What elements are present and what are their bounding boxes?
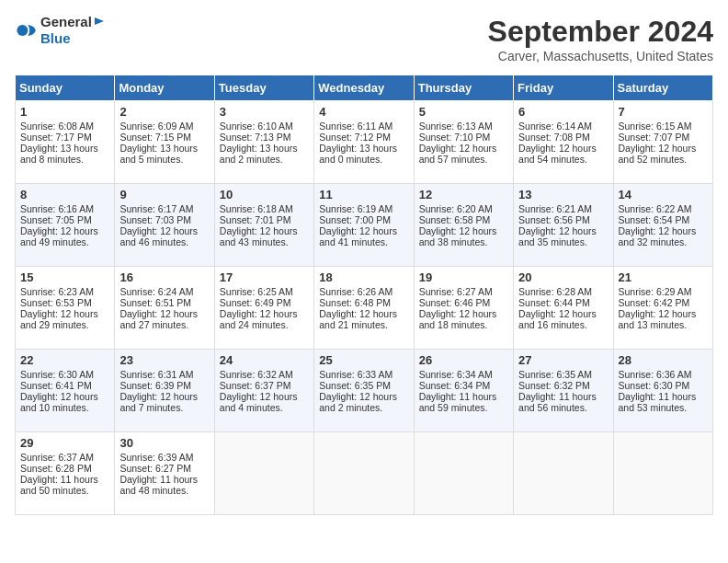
sunset-label: Sunset: 6:39 PM	[119, 380, 191, 391]
daylight-label: Daylight: 11 hours and 56 minutes.	[518, 391, 597, 413]
header-saturday: Saturday	[613, 75, 712, 101]
sunrise-label: Sunrise: 6:18 AM	[220, 203, 293, 214]
day-number: 25	[319, 353, 408, 367]
location-subtitle: Carver, Massachusetts, United States	[488, 49, 713, 63]
day-number: 30	[119, 436, 209, 450]
daylight-label: Daylight: 12 hours and 43 minutes.	[220, 225, 298, 247]
daylight-label: Daylight: 11 hours and 53 minutes.	[619, 391, 697, 413]
day-number: 20	[518, 270, 608, 284]
daylight-label: Daylight: 12 hours and 18 minutes.	[419, 308, 497, 330]
sunset-label: Sunset: 6:51 PM	[119, 297, 191, 308]
daylight-label: Daylight: 13 hours and 5 minutes.	[119, 143, 198, 165]
sunrise-label: Sunrise: 6:32 AM	[220, 369, 293, 380]
sunrise-label: Sunrise: 6:19 AM	[319, 203, 392, 214]
calendar-cell: 16 Sunrise: 6:24 AM Sunset: 6:51 PM Dayl…	[115, 267, 214, 350]
calendar-cell: 21 Sunrise: 6:29 AM Sunset: 6:42 PM Dayl…	[613, 267, 712, 350]
sunrise-label: Sunrise: 6:28 AM	[518, 286, 592, 297]
sunrise-label: Sunrise: 6:27 AM	[419, 286, 493, 297]
daylight-label: Daylight: 12 hours and 13 minutes.	[619, 308, 697, 330]
calendar-cell: 11 Sunrise: 6:19 AM Sunset: 7:00 PM Dayl…	[314, 184, 414, 267]
week-row-3: 15 Sunrise: 6:23 AM Sunset: 6:53 PM Dayl…	[16, 267, 713, 350]
day-number: 17	[220, 270, 309, 284]
sunset-label: Sunset: 7:01 PM	[220, 214, 291, 225]
page-header: General Blue September 2024 Carver, Mass…	[15, 15, 713, 63]
calendar-cell: 3 Sunrise: 6:10 AM Sunset: 7:13 PM Dayli…	[214, 101, 313, 184]
sunset-label: Sunset: 7:10 PM	[419, 132, 491, 143]
calendar-cell: 29 Sunrise: 6:37 AM Sunset: 6:28 PM Dayl…	[16, 432, 115, 515]
calendar-cell: 7 Sunrise: 6:15 AM Sunset: 7:07 PM Dayli…	[613, 101, 712, 184]
daylight-label: Daylight: 12 hours and 24 minutes.	[220, 308, 298, 330]
day-number: 15	[20, 270, 109, 284]
daylight-label: Daylight: 12 hours and 2 minutes.	[319, 391, 397, 413]
sunset-label: Sunset: 7:08 PM	[518, 132, 590, 143]
day-number: 6	[518, 105, 608, 119]
daylight-label: Daylight: 12 hours and 54 minutes.	[518, 143, 597, 165]
daylight-label: Daylight: 12 hours and 7 minutes.	[119, 391, 198, 413]
sunrise-label: Sunrise: 6:34 AM	[419, 369, 493, 380]
sunrise-label: Sunrise: 6:31 AM	[119, 369, 193, 380]
sunset-label: Sunset: 7:12 PM	[319, 132, 391, 143]
week-row-2: 8 Sunrise: 6:16 AM Sunset: 7:05 PM Dayli…	[16, 184, 713, 267]
daylight-label: Daylight: 12 hours and 29 minutes.	[20, 308, 98, 330]
sunrise-label: Sunrise: 6:22 AM	[619, 203, 692, 214]
calendar-cell: 8 Sunrise: 6:16 AM Sunset: 7:05 PM Dayli…	[16, 184, 115, 267]
header-monday: Monday	[115, 75, 214, 101]
sunset-label: Sunset: 6:37 PM	[220, 380, 291, 391]
sunset-label: Sunset: 6:32 PM	[518, 380, 590, 391]
sunset-label: Sunset: 7:17 PM	[20, 132, 92, 143]
day-number: 8	[20, 188, 109, 201]
calendar-cell: 25 Sunrise: 6:33 AM Sunset: 6:35 PM Dayl…	[314, 350, 414, 432]
calendar-cell: 13 Sunrise: 6:21 AM Sunset: 6:56 PM Dayl…	[514, 184, 613, 267]
day-number: 23	[119, 353, 209, 367]
sunrise-label: Sunrise: 6:15 AM	[619, 121, 692, 132]
sunrise-label: Sunrise: 6:16 AM	[20, 203, 94, 214]
day-number: 19	[419, 270, 508, 284]
calendar-cell: 30 Sunrise: 6:39 AM Sunset: 6:27 PM Dayl…	[115, 432, 214, 515]
daylight-label: Daylight: 12 hours and 27 minutes.	[119, 308, 198, 330]
svg-point-0	[17, 25, 28, 36]
sunset-label: Sunset: 6:54 PM	[619, 214, 690, 225]
daylight-label: Daylight: 12 hours and 57 minutes.	[419, 143, 497, 165]
day-number: 4	[319, 105, 408, 119]
calendar-header-row: SundayMondayTuesdayWednesdayThursdayFrid…	[16, 75, 713, 101]
day-number: 26	[419, 353, 508, 367]
day-number: 18	[319, 270, 408, 284]
sunset-label: Sunset: 6:41 PM	[20, 380, 92, 391]
sunset-label: Sunset: 6:48 PM	[319, 297, 391, 308]
day-number: 10	[220, 188, 309, 201]
header-wednesday: Wednesday	[314, 75, 414, 101]
logo-flag-icon	[92, 17, 105, 29]
sunrise-label: Sunrise: 6:33 AM	[319, 369, 392, 380]
calendar-cell	[414, 432, 513, 515]
calendar-cell: 4 Sunrise: 6:11 AM Sunset: 7:12 PM Dayli…	[314, 101, 414, 184]
calendar-cell: 14 Sunrise: 6:22 AM Sunset: 6:54 PM Dayl…	[613, 184, 712, 267]
sunrise-label: Sunrise: 6:21 AM	[518, 203, 592, 214]
sunrise-label: Sunrise: 6:08 AM	[20, 121, 94, 132]
sunrise-label: Sunrise: 6:24 AM	[119, 286, 193, 297]
sunset-label: Sunset: 6:28 PM	[20, 463, 92, 474]
sunrise-label: Sunrise: 6:29 AM	[619, 286, 692, 297]
calendar-cell: 19 Sunrise: 6:27 AM Sunset: 6:46 PM Dayl…	[414, 267, 513, 350]
day-number: 29	[20, 436, 109, 450]
daylight-label: Daylight: 12 hours and 10 minutes.	[20, 391, 98, 413]
header-thursday: Thursday	[414, 75, 513, 101]
sunrise-label: Sunrise: 6:30 AM	[20, 369, 94, 380]
sunrise-label: Sunrise: 6:23 AM	[20, 286, 94, 297]
daylight-label: Daylight: 12 hours and 16 minutes.	[518, 308, 597, 330]
calendar-cell	[613, 432, 712, 515]
daylight-label: Daylight: 13 hours and 2 minutes.	[220, 143, 298, 165]
sunrise-label: Sunrise: 6:09 AM	[119, 121, 193, 132]
calendar-cell: 5 Sunrise: 6:13 AM Sunset: 7:10 PM Dayli…	[414, 101, 513, 184]
sunset-label: Sunset: 6:34 PM	[419, 380, 491, 391]
daylight-label: Daylight: 11 hours and 48 minutes.	[119, 474, 198, 496]
day-number: 13	[518, 188, 608, 201]
week-row-1: 1 Sunrise: 6:08 AM Sunset: 7:17 PM Dayli…	[16, 101, 713, 184]
sunset-label: Sunset: 7:03 PM	[119, 214, 191, 225]
day-number: 14	[619, 188, 708, 201]
daylight-label: Daylight: 12 hours and 49 minutes.	[20, 225, 98, 247]
day-number: 12	[419, 188, 508, 201]
daylight-label: Daylight: 11 hours and 59 minutes.	[419, 391, 497, 413]
sunset-label: Sunset: 6:27 PM	[119, 463, 191, 474]
day-number: 9	[119, 188, 209, 201]
calendar-cell: 10 Sunrise: 6:18 AM Sunset: 7:01 PM Dayl…	[214, 184, 313, 267]
